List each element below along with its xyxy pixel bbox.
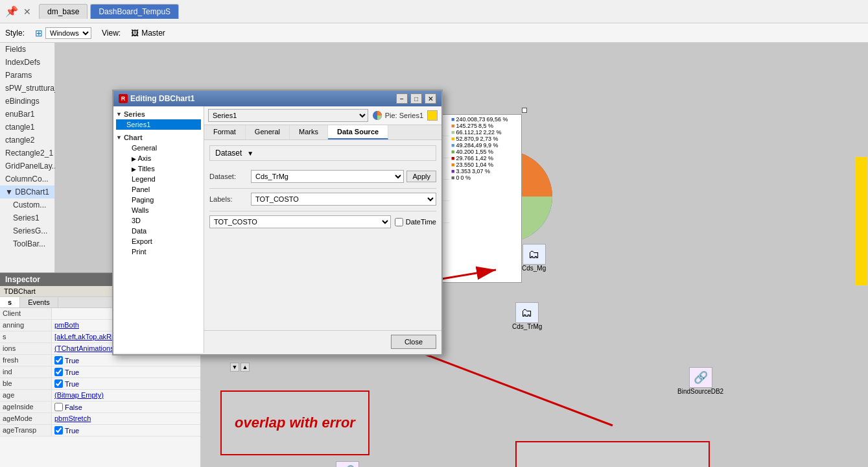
prop-ageinside-name: ageInside [0, 401, 52, 413]
prop-agemode-val[interactable]: pbmStretch [52, 413, 200, 424]
sidebar-item-rect21[interactable]: Rectangle2_1 [0, 147, 54, 160]
bar-right-color-4: ■ [451, 142, 454, 149]
dataset-select[interactable]: Cds_TrMg [251, 170, 404, 183]
windows-icon: ⊞ [35, 28, 43, 38]
nav-arrow-up[interactable]: ▼ [230, 363, 239, 372]
bar-right-values: ■ 240.008,73 69,56 % ■ 145.275 8,5 % ■ 6… [450, 115, 521, 282]
prop-ageinside-checkbox[interactable] [54, 403, 63, 411]
tree-legend[interactable]: Legend [116, 174, 201, 184]
dataset-mode-arrow: ▼ [247, 150, 253, 157]
prop-client-name: Client [0, 308, 52, 319]
tab-datasource[interactable]: Data Source [328, 125, 388, 139]
divider1 [209, 188, 436, 189]
value-select[interactable]: TOT_COSTO [209, 215, 391, 228]
close-button[interactable]: Close [391, 335, 436, 349]
sidebar-item-spw[interactable]: sPW_struttura_pro... [0, 82, 54, 95]
editing-dialog: R Editing DBChart1 − □ ✕ ▼ Series Series… [112, 90, 443, 355]
sidebar-item-rect1[interactable]: ctangle1 [0, 121, 54, 134]
expand-arrow-chart[interactable]: ▼ [116, 134, 122, 141]
ds-icon-cds-mg[interactable]: 🗂 Cds_Mg [522, 244, 546, 272]
bar-right-row-7: ■ 23.550 1,04 % [451, 162, 520, 168]
sidebar-item-ebindings[interactable]: eBindings [0, 95, 54, 108]
bar-right-pct-9: 0 % [460, 174, 471, 181]
bar-right-pct-3: 2,73 % [480, 136, 498, 142]
sidebar-item-gridpanel[interactable]: GridPanelLay... [0, 160, 54, 173]
dataset-mode-row: Dataset ▼ [209, 145, 436, 165]
sidebar-item-toolbar[interactable]: ToolBar... [0, 237, 54, 250]
tab-dashboard[interactable]: DashBoard_TempuS [90, 4, 179, 19]
ds-cds-trmg-glyph: 🗂 [521, 306, 533, 320]
ds-icon-cds-trmg[interactable]: 🗂 Cds_TrMg [512, 302, 542, 330]
datetime-checkbox[interactable] [395, 218, 403, 226]
inspector-tab-props[interactable]: s [0, 297, 20, 307]
prop-fresh-checkbox[interactable] [54, 356, 63, 365]
bar-right-color-7: ■ [451, 162, 454, 168]
tree-data[interactable]: Data [116, 226, 201, 236]
expand-arrow-titles[interactable]: ▶ [132, 166, 136, 173]
prop-ind-checkbox[interactable] [54, 368, 63, 376]
sidebar-item-fields[interactable]: Fields [0, 43, 54, 56]
dialog-minimize[interactable]: − [396, 93, 408, 104]
bar-right-color-5: ■ [451, 149, 454, 155]
tab-general[interactable]: General [246, 125, 290, 139]
dataset-dropdown[interactable]: Dataset ▼ [209, 145, 436, 161]
tree-print[interactable]: Print [116, 246, 201, 257]
style-select-group[interactable]: ⊞ Windows [35, 27, 91, 39]
tree-3d[interactable]: 3D [116, 215, 201, 226]
dialog-title-group: R Editing DBChart1 [119, 94, 194, 103]
sidebar-item-seriesg[interactable]: SeriesG... [0, 224, 54, 237]
bar-right-pct-5: 1,55 % [475, 149, 493, 155]
apply-button[interactable]: Apply [406, 171, 436, 182]
bar-right-val-6: 29.766 [456, 155, 474, 162]
sidebar-item-params[interactable]: Params [0, 69, 54, 82]
bar-right-val-0: 240.008,73 [456, 116, 485, 123]
tab-dm-base[interactable]: dm_base [39, 4, 88, 19]
dataset-row: Dataset: Cds_TrMg Apply [209, 170, 436, 183]
tree-panel[interactable]: Panel [116, 184, 201, 195]
tree-titles[interactable]: ▶ Titles [116, 163, 201, 174]
tree-series1[interactable]: Series1 [116, 119, 201, 130]
ds-cds-trmg-icon: 🗂 [515, 302, 539, 323]
pin-icon: 📌 [5, 5, 18, 18]
nav-arrow-down[interactable]: ▲ [240, 363, 250, 372]
tab-format[interactable]: Format [204, 125, 246, 139]
sidebar-item-custom[interactable]: Custom... [0, 198, 54, 211]
pie-chart-icon [372, 110, 382, 121]
prop-age-val[interactable]: (Bitmap Empty) [52, 390, 200, 401]
prop-ind: ind True [0, 366, 200, 378]
expand-arrow-series[interactable]: ▼ [116, 111, 122, 117]
dialog-maximize[interactable]: □ [410, 93, 422, 104]
divider2 [209, 211, 436, 211]
inspector-tab-events[interactable]: Events [20, 297, 58, 307]
tree-axis[interactable]: ▶ Axis [116, 153, 201, 163]
bar-right-row-4: ■ 49.284,49 9,9 % [451, 142, 520, 149]
currency-annotation-box: currency work fine [515, 441, 710, 467]
prop-ageinside: ageInside False [0, 401, 200, 413]
style-dropdown[interactable]: Windows [45, 27, 91, 39]
labels-select[interactable]: TOT_COSTO [251, 193, 436, 206]
dialog-controls: − □ ✕ [396, 93, 436, 104]
sidebar-item-columnco[interactable]: ColumnCo... [0, 173, 54, 186]
prop-ble-checkbox[interactable] [54, 379, 63, 388]
dataset-label: Dataset: [209, 173, 248, 180]
expand-arrow-axis[interactable]: ▶ [132, 156, 136, 162]
bar-right-row-0: ■ 240.008,73 69,56 % [451, 116, 520, 123]
prop-age: age (Bitmap Empty) [0, 390, 200, 401]
tree-paging[interactable]: Paging [116, 195, 201, 205]
sidebar-item-series1[interactable]: Series1 [0, 211, 54, 224]
tree-walls[interactable]: Walls [116, 205, 201, 215]
prop-agetransp-check: True [54, 426, 198, 435]
sidebar-item-indexdefs[interactable]: IndexDefs [0, 56, 54, 69]
prop-agetransp-checkbox[interactable] [54, 426, 63, 435]
dialog-close[interactable]: ✕ [425, 93, 436, 104]
sidebar-item-dbchart[interactable]: ▼ DBChart1 [0, 186, 54, 198]
close-icon[interactable]: ✕ [23, 6, 31, 17]
sidebar-item-menubar[interactable]: enuBar1 [0, 108, 54, 121]
ds-icon-bindsource2[interactable]: 🔗 BindSourceDB2 [677, 367, 723, 395]
tab-marks[interactable]: Marks [290, 125, 328, 139]
sidebar-item-rect2[interactable]: ctangle2 [0, 134, 54, 147]
series-dropdown[interactable]: Series1 [208, 109, 368, 122]
tree-general[interactable]: General [116, 143, 201, 153]
tree-export[interactable]: Export [116, 236, 201, 246]
ds-icon-bindsource1[interactable]: 🔗 BindSourceDB1 [324, 461, 370, 467]
